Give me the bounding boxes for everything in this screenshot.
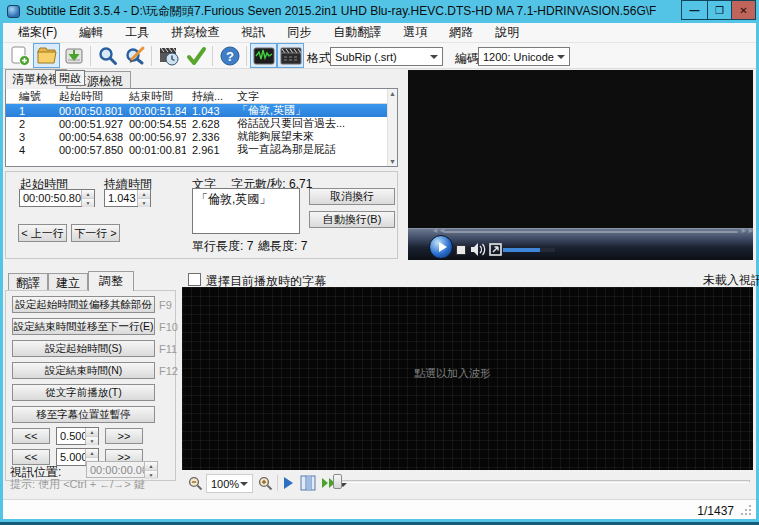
help-icon: ? — [219, 45, 241, 67]
visual-sync-button[interactable] — [155, 43, 182, 68]
waveform-zoom-select[interactable]: 100% — [206, 474, 253, 493]
close-button[interactable]: ✕ — [731, 0, 756, 20]
volume-icon[interactable] — [470, 242, 487, 257]
minimize-button[interactable]: — — [681, 0, 708, 20]
replace-icon — [124, 45, 146, 67]
svg-text:?: ? — [226, 49, 234, 64]
stop-button[interactable] — [456, 245, 466, 255]
play-icon — [439, 242, 447, 252]
menu-spellcheck[interactable]: 拼寫檢查 — [160, 24, 230, 41]
toggle-video-button[interactable] — [277, 43, 304, 68]
search-icon — [97, 45, 119, 67]
set-end-time-button[interactable]: 設定結束時間(N) — [12, 362, 155, 379]
menu-bar: 檔案(F) 編輯 工具 拼寫檢查 視訊 同步 自動翻譯 選項 網路 說明 — [3, 23, 756, 43]
slider-thumb[interactable] — [333, 474, 342, 489]
zoom-out-icon[interactable] — [188, 476, 203, 491]
video-icon — [280, 45, 302, 67]
set-start-offset-rest-button[interactable]: 設定起始時間並偏移其餘部份 — [12, 296, 155, 313]
save-icon — [63, 45, 85, 67]
tab-adjust[interactable]: 調整 — [88, 271, 134, 291]
waveform-play-icon[interactable] — [284, 477, 293, 489]
spellcheck-button[interactable] — [182, 43, 209, 68]
window-title: Subtitle Edit 3.5.4 - D:\玩命關頭7.Furious S… — [26, 3, 656, 20]
spinner[interactable]: ▲▼ — [137, 190, 150, 206]
toolbar-separator — [212, 46, 213, 66]
start-time-input[interactable]: 00:00:50.801 ▲▼ — [19, 189, 95, 207]
menu-help[interactable]: 說明 — [484, 24, 530, 41]
spinner[interactable]: ▲▼ — [85, 428, 98, 444]
new-file-button[interactable] — [6, 43, 33, 68]
open-file-button[interactable] — [33, 43, 60, 68]
list-scrollbar[interactable]: ▲▼ — [387, 89, 397, 166]
select-current-subtitle-checkbox[interactable] — [188, 273, 201, 286]
spinner: ▲▼ — [144, 462, 157, 477]
set-start-time-button[interactable]: 設定起始時間(S) — [12, 340, 155, 357]
menu-edit[interactable]: 編輯 — [68, 24, 114, 41]
scroll-down-icon[interactable]: ▼ — [389, 158, 396, 165]
title-bar: Subtitle Edit 3.5.4 - D:\玩命關頭7.Furious S… — [0, 0, 759, 23]
unbreak-button[interactable]: 取消換行 — [309, 188, 395, 205]
menu-tools[interactable]: 工具 — [114, 24, 160, 41]
auto-break-button[interactable]: 自動換行(B) — [309, 211, 395, 228]
col-duration[interactable]: 持續... — [186, 89, 231, 104]
toggle-waveform-button[interactable] — [250, 43, 277, 68]
subtitle-position-status: 1/1437 — [697, 504, 734, 518]
help-button[interactable]: ? — [216, 43, 243, 68]
seek-back-small-button[interactable]: << — [12, 428, 50, 444]
app-window: Subtitle Edit 3.5.4 - D:\玩命關頭7.Furious S… — [0, 0, 759, 525]
col-end[interactable]: 結束時間 — [123, 89, 186, 104]
scroll-up-icon[interactable]: ▲ — [389, 90, 396, 97]
maximize-button[interactable]: ❐ — [707, 0, 732, 20]
resize-grip[interactable] — [749, 513, 751, 515]
seek-back-large-button[interactable]: << — [12, 449, 50, 465]
goto-sub-position-pause-button[interactable]: 移至字幕位置並暫停 — [12, 406, 155, 423]
list-header: 編號 起始時間 結束時間 持續... 文字 — [6, 89, 397, 104]
save-button[interactable] — [60, 43, 87, 68]
col-start[interactable]: 起始時間 — [53, 89, 123, 104]
toolbar-separator — [90, 46, 91, 66]
columns-icon[interactable] — [300, 475, 316, 491]
menu-network[interactable]: 網路 — [438, 24, 484, 41]
menu-video[interactable]: 視訊 — [230, 24, 276, 41]
seek-fwd-small-button[interactable]: >> — [105, 428, 143, 444]
encoding-select[interactable]: 1200: Unicode — [478, 47, 570, 66]
menu-options[interactable]: 選項 — [392, 24, 438, 41]
set-end-goto-next-button[interactable]: 設定結束時間並移至下一行(E) — [12, 318, 155, 335]
new-file-icon — [9, 45, 31, 67]
seek-forward-icon[interactable]: ►► — [740, 226, 754, 235]
seek-back-icon[interactable]: ◄◄ — [431, 226, 445, 235]
col-text[interactable]: 文字 — [231, 89, 378, 104]
previous-line-button[interactable]: < 上一行 — [18, 224, 67, 242]
menu-file[interactable]: 檔案(F) — [7, 24, 68, 41]
play-button[interactable] — [429, 235, 453, 259]
volume-slider[interactable] — [503, 248, 555, 252]
zoom-in-icon[interactable] — [258, 476, 273, 491]
next-line-button[interactable]: 下一行 > — [71, 224, 120, 242]
subtitle-list: 編號 起始時間 結束時間 持續... 文字 1 00:00:50.801 00:… — [5, 88, 398, 167]
seek-bar[interactable] — [444, 231, 738, 233]
play-before-text-button[interactable]: 從文字前播放(T) — [12, 384, 155, 401]
spinner[interactable]: ▲▼ — [81, 190, 94, 206]
duration-input[interactable]: 1.043 ▲▼ — [104, 189, 151, 207]
fullscreen-icon[interactable] — [489, 243, 502, 256]
visual-sync-icon — [158, 45, 180, 67]
waveform-position-slider[interactable] — [340, 480, 750, 483]
replace-button[interactable] — [121, 43, 148, 68]
menu-sync[interactable]: 同步 — [276, 24, 322, 41]
format-select[interactable]: SubRip (.srt) — [330, 47, 443, 66]
encoding-label: 編碼 — [455, 50, 479, 67]
menu-autotranslate[interactable]: 自動翻譯 — [322, 24, 392, 41]
small-step-input[interactable]: 0.500 ▲▼ — [56, 427, 99, 445]
shortcut-f10: F10 — [159, 321, 178, 333]
find-button[interactable] — [94, 43, 121, 68]
video-position-input: 00:00:00.000 ▲▼ — [86, 461, 158, 478]
toolbar-separator — [246, 46, 247, 66]
chevron-down-icon — [557, 55, 565, 59]
waveform-icon — [253, 45, 275, 67]
single-line-length: 單行長度: 7 — [192, 238, 253, 255]
video-display[interactable] — [408, 70, 753, 228]
table-row[interactable]: 4 00:00:57.850 00:01:00.811 2.961 我一直認為那… — [6, 143, 397, 156]
subtitle-text-input[interactable]: 「倫敦,英國」 — [192, 188, 300, 234]
col-number[interactable]: 編號 — [6, 89, 53, 104]
shortcut-f12: F12 — [159, 365, 178, 377]
